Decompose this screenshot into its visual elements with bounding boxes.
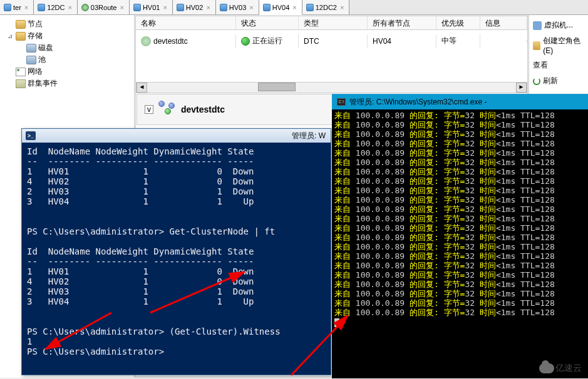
group-icon	[81, 4, 89, 11]
folder-icon	[16, 20, 26, 29]
tree-storage[interactable]: ⊿ 存储	[1, 30, 133, 42]
tab-label: HV02	[186, 4, 204, 11]
cmd-title-text: 管理员: C:\Windows\System32\cmd.exe -	[349, 97, 487, 108]
server-icon	[4, 4, 11, 11]
vm-icon	[533, 21, 542, 30]
pool-icon	[26, 56, 36, 64]
server-icon	[38, 4, 45, 11]
cell-type: DTC	[299, 35, 368, 48]
close-icon[interactable]: ×	[118, 4, 125, 11]
action-vm[interactable]: 虚拟机...	[530, 18, 587, 33]
powershell-window[interactable]: >_ 管理员: W Id NodeName NodeWeight Dynamic…	[21, 128, 331, 375]
tab-label: HV03	[229, 4, 247, 11]
tree-label: 节点	[28, 19, 43, 29]
refresh-icon	[533, 78, 540, 85]
running-icon	[241, 37, 250, 46]
scroll-right-icon[interactable]: ►	[516, 83, 527, 93]
close-icon[interactable]: ×	[205, 4, 211, 11]
close-icon[interactable]: ×	[339, 4, 345, 11]
tab-12dc[interactable]: 12DC×	[34, 0, 78, 14]
detail-name: devtestdtc	[181, 104, 225, 114]
tab-hv02[interactable]: HV02×	[173, 0, 216, 14]
tab-hv03[interactable]: HV03×	[216, 0, 259, 14]
role-icon	[533, 41, 540, 50]
action-label: 虚拟机...	[544, 20, 573, 31]
ps-title-bar[interactable]: >_ 管理员: W	[22, 129, 331, 143]
server-icon	[263, 4, 271, 11]
tree-label: 存储	[28, 31, 43, 41]
tab-bar: ter×12DC×03Route×HV01×HV02×HV03×HV04×12D…	[0, 0, 588, 15]
network-icon	[16, 68, 26, 76]
col-owner[interactable]: 所有者节点	[368, 16, 436, 29]
cell-info	[480, 39, 527, 43]
tree-label: 群集事件	[28, 78, 58, 89]
col-type[interactable]: 类型	[299, 16, 368, 29]
cluster-role-icon	[158, 101, 176, 118]
tree-nodes[interactable]: 节点	[1, 18, 133, 30]
tree-label: 磁盘	[38, 43, 53, 53]
action-create-role[interactable]: 创建空角色(E)	[530, 33, 587, 58]
server-icon	[306, 4, 314, 11]
action-label: 查看	[533, 60, 548, 71]
cell-status: 正在运行	[252, 36, 282, 46]
powershell-icon: >_	[26, 131, 36, 140]
tab-12dc2[interactable]: 12DC2×	[302, 0, 350, 14]
cell-name: devtestdtc	[153, 37, 188, 46]
expand-toggle[interactable]: v	[145, 105, 153, 114]
tree-pool[interactable]: 池	[1, 54, 133, 66]
tab-label: ter	[13, 4, 21, 11]
scroll-left-icon[interactable]: ◄	[137, 83, 147, 93]
ps-title-text: 管理员: W	[292, 131, 326, 141]
close-icon[interactable]: ×	[248, 4, 254, 11]
tree-disk[interactable]: 磁盘	[1, 42, 133, 54]
tab-label: HV01	[143, 4, 160, 11]
close-icon[interactable]: ×	[23, 4, 29, 11]
col-priority[interactable]: 优先级	[436, 16, 480, 29]
tree-network[interactable]: 网络	[1, 66, 133, 78]
cmd-icon: C:\	[337, 98, 346, 106]
col-status[interactable]: 状态	[236, 16, 299, 29]
action-label: 创建空角色(E)	[543, 36, 584, 55]
col-name[interactable]: 名称	[136, 16, 236, 29]
action-refresh[interactable]: 刷新	[530, 73, 587, 89]
tab-hv01[interactable]: HV01×	[130, 0, 173, 14]
expander-icon[interactable]: ⊿	[8, 33, 14, 39]
grid-row[interactable]: devtestdtc 正在运行 DTC HV04 中等	[136, 30, 527, 52]
storage-icon	[16, 32, 26, 41]
cmd-window[interactable]: C:\ 管理员: C:\Windows\System32\cmd.exe - 来…	[332, 94, 588, 378]
cell-priority: 中等	[436, 34, 480, 48]
h-scrollbar[interactable]: ◄ ►	[136, 82, 527, 93]
close-icon[interactable]: ×	[162, 4, 168, 11]
cmd-title-bar[interactable]: C:\ 管理员: C:\Windows\System32\cmd.exe -	[332, 94, 588, 109]
col-info[interactable]: 信息	[480, 16, 527, 29]
tab-ter[interactable]: ter×	[0, 0, 34, 14]
tree-events[interactable]: 群集事件	[1, 78, 133, 89]
action-view[interactable]: 查看	[530, 58, 587, 73]
server-icon	[133, 4, 141, 11]
cloud-icon	[539, 363, 554, 373]
server-icon	[177, 4, 184, 11]
tab-hv04[interactable]: HV04×	[259, 0, 302, 15]
tab-label: 03Route	[91, 4, 117, 11]
grid-header: 名称 状态 类型 所有者节点 优先级 信息	[136, 16, 527, 30]
watermark-text: 亿速云	[555, 363, 582, 374]
action-label: 刷新	[543, 76, 558, 86]
tab-label: 12DC	[47, 4, 64, 11]
tree-label: 池	[38, 54, 46, 65]
tab-label: 12DC2	[316, 4, 337, 11]
tab-03route[interactable]: 03Route×	[78, 0, 130, 14]
cell-owner: HV04	[368, 35, 436, 48]
cmd-console[interactable]: 来自 100.0.0.89 的回复: 字节=32 时间<1ms TTL=128 …	[332, 109, 588, 378]
disk-icon	[26, 44, 36, 53]
server-icon	[220, 4, 227, 11]
scroll-thumb[interactable]	[258, 83, 296, 91]
ps-console[interactable]: Id NodeName NodeWeight DynamicWeight Sta…	[22, 143, 331, 375]
tab-label: HV04	[272, 4, 290, 11]
close-icon[interactable]: ×	[66, 4, 73, 11]
dtc-icon	[141, 36, 151, 46]
events-icon	[16, 79, 26, 88]
close-icon[interactable]: ×	[291, 4, 297, 11]
tree-label: 网络	[28, 66, 43, 77]
watermark: 亿速云	[539, 363, 582, 374]
